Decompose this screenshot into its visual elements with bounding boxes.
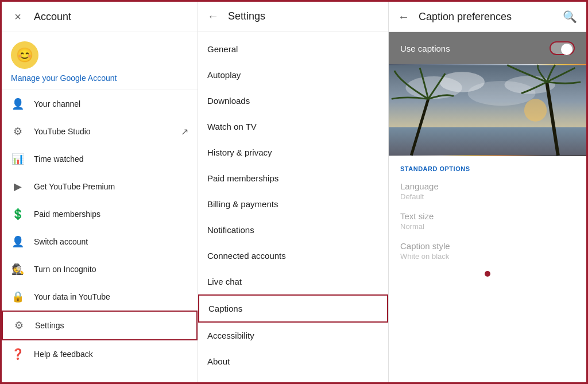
paid-memberships-icon: 💲 — [11, 207, 25, 221]
settings-item-watch-on-tv[interactable]: Watch on TV — [198, 114, 388, 139]
language-value: Default — [400, 192, 575, 201]
back-icon[interactable]: ← — [207, 10, 219, 23]
account-profile: 😊 Manage your Google Account — [2, 32, 198, 90]
use-captions-label: Use captions — [400, 44, 550, 53]
account-menu-item-your-channel[interactable]: 👤 Your channel — [2, 90, 198, 118]
settings-panel: ← Settings GeneralAutoplayDownloadsWatch… — [198, 2, 389, 382]
incognito-icon: 🕵 — [11, 262, 25, 276]
account-menu-list: 👤 Your channel ⚙ YouTube Studio ↗ 📊 Time… — [2, 90, 198, 382]
external-link-icon: ↗ — [181, 126, 188, 137]
account-title: Account — [34, 11, 188, 23]
time-watched-icon: 📊 — [11, 152, 25, 166]
palm-svg — [389, 64, 586, 156]
standard-options-section: STANDARD OPTIONS Language Default Text s… — [389, 156, 586, 382]
text-size-value: Normal — [400, 222, 575, 231]
help-label: Help & feedback — [34, 350, 188, 359]
account-panel: × Account 😊 Manage your Google Account 👤… — [2, 2, 198, 382]
account-menu-item-youtube-studio[interactable]: ⚙ YouTube Studio ↗ — [2, 118, 198, 145]
settings-item-accessibility[interactable]: Accessibility — [198, 323, 388, 348]
switch-account-icon: 👤 — [11, 235, 25, 249]
caption-style-value: White on black — [400, 252, 575, 261]
toggle-knob — [561, 44, 572, 55]
captions-title: Caption preferences — [419, 11, 563, 23]
settings-header: ← Settings — [198, 2, 388, 32]
settings-item-live-chat[interactable]: Live chat — [198, 269, 388, 294]
captions-header: ← Caption preferences 🔍 — [389, 2, 586, 32]
language-label: Language — [400, 181, 575, 191]
settings-item-notifications[interactable]: Notifications — [198, 217, 388, 243]
svg-point-6 — [524, 99, 547, 121]
settings-title: Settings — [228, 10, 379, 22]
settings-item-general[interactable]: General — [198, 36, 388, 62]
search-icon[interactable]: 🔍 — [563, 10, 577, 24]
settings-item-billing-payments[interactable]: Billing & payments — [198, 191, 388, 217]
time-watched-label: Time watched — [34, 154, 188, 164]
your-channel-icon: 👤 — [11, 97, 25, 111]
switch-account-label: Switch account — [34, 237, 188, 246]
settings-item-downloads[interactable]: Downloads — [198, 88, 388, 114]
settings-list: GeneralAutoplayDownloadsWatch on TVHisto… — [198, 32, 388, 382]
use-captions-toggle[interactable] — [550, 41, 575, 55]
close-icon[interactable]: × — [11, 10, 25, 24]
youtube-studio-label: YouTube Studio — [34, 127, 181, 136]
youtube-studio-icon: ⚙ — [11, 125, 25, 138]
use-captions-row: Use captions — [389, 32, 586, 64]
caption-style-label: Caption style — [400, 241, 575, 251]
account-menu-item-settings[interactable]: ⚙ Settings — [2, 311, 198, 340]
account-header: × Account — [2, 2, 198, 32]
account-menu-item-get-premium[interactable]: ▶ Get YouTube Premium — [2, 173, 198, 200]
help-icon: ❓ — [11, 347, 25, 361]
preview-image — [389, 64, 586, 156]
settings-item-history-privacy[interactable]: History & privacy — [198, 139, 388, 165]
settings-icon: ⚙ — [12, 319, 26, 332]
captions-panel: ← Caption preferences 🔍 Use captions — [389, 2, 586, 382]
avatar: 😊 — [11, 41, 38, 69]
caption-option-caption-style[interactable]: Caption style White on black — [400, 241, 575, 261]
get-premium-icon: ▶ — [11, 180, 25, 193]
settings-item-autoplay[interactable]: Autoplay — [198, 62, 388, 88]
account-menu-item-paid-memberships[interactable]: 💲 Paid memberships — [2, 200, 198, 228]
settings-item-about[interactable]: About — [198, 348, 388, 374]
red-dot-indicator — [485, 271, 490, 277]
account-menu-item-incognito[interactable]: 🕵 Turn on Incognito — [2, 255, 198, 283]
settings-item-connected-accounts[interactable]: Connected accounts — [198, 243, 388, 269]
paid-memberships-label: Paid memberships — [34, 210, 188, 219]
manage-account-link[interactable]: Manage your Google Account — [11, 73, 117, 83]
settings-item-paid-memberships[interactable]: Paid memberships — [198, 165, 388, 191]
settings-label: Settings — [35, 321, 187, 330]
incognito-label: Turn on Incognito — [34, 265, 188, 274]
your-data-label: Your data in YouTube — [34, 292, 188, 301]
standard-options-label: STANDARD OPTIONS — [400, 165, 575, 172]
your-data-icon: 🔒 — [11, 290, 25, 304]
caption-option-language[interactable]: Language Default — [400, 181, 575, 201]
account-menu-item-your-data[interactable]: 🔒 Your data in YouTube — [2, 283, 198, 311]
account-menu-item-help[interactable]: ❓ Help & feedback — [2, 340, 198, 368]
get-premium-label: Get YouTube Premium — [34, 182, 188, 191]
your-channel-label: Your channel — [34, 99, 188, 108]
account-menu-item-time-watched[interactable]: 📊 Time watched — [2, 145, 198, 173]
settings-item-captions[interactable]: Captions — [198, 294, 388, 323]
captions-back-icon[interactable]: ← — [398, 10, 409, 24]
account-menu-item-switch-account[interactable]: 👤 Switch account — [2, 228, 198, 255]
caption-option-text-size[interactable]: Text size Normal — [400, 211, 575, 231]
text-size-label: Text size — [400, 211, 575, 221]
